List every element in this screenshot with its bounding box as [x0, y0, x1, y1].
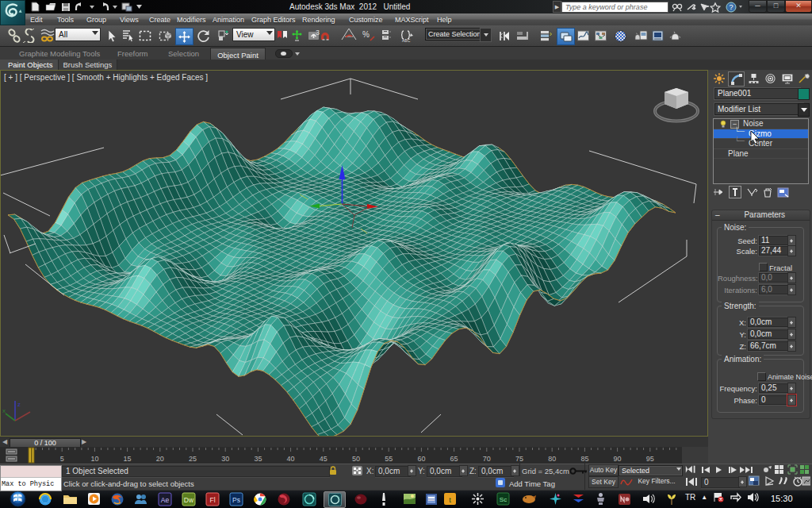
svg-text:Dw: Dw	[184, 495, 194, 503]
svg-text:z: z	[17, 401, 21, 408]
svg-text:55: 55	[385, 455, 393, 463]
svg-text:15: 15	[124, 455, 132, 463]
svg-text:40: 40	[287, 455, 295, 463]
svg-text:5: 5	[60, 455, 64, 463]
svg-text:75: 75	[515, 455, 523, 463]
svg-text:50: 50	[352, 455, 360, 463]
svg-text:ABC: ABC	[402, 38, 411, 43]
svg-text:35: 35	[254, 455, 262, 463]
svg-text:70: 70	[483, 455, 491, 463]
svg-text:20: 20	[156, 455, 164, 463]
svg-text:85: 85	[580, 455, 588, 463]
svg-text:95: 95	[646, 455, 654, 463]
svg-text:%: %	[362, 30, 370, 39]
svg-text:10: 10	[90, 455, 98, 463]
svg-text:Sc: Sc	[499, 496, 506, 503]
svg-text:45: 45	[320, 455, 327, 463]
svg-text:Fl: Fl	[209, 495, 215, 503]
svg-text:25: 25	[189, 455, 197, 463]
svg-text:Ps: Ps	[232, 495, 240, 503]
svg-text:90: 90	[614, 455, 622, 463]
svg-text:?: ?	[729, 3, 733, 11]
svg-text:80: 80	[548, 455, 556, 463]
svg-text:65: 65	[450, 455, 458, 463]
svg-text:Ae: Ae	[161, 495, 170, 503]
svg-text:x: x	[2, 407, 6, 414]
svg-text:60: 60	[417, 455, 425, 463]
svg-text:30: 30	[221, 455, 229, 463]
svg-text:3: 3	[316, 29, 320, 37]
